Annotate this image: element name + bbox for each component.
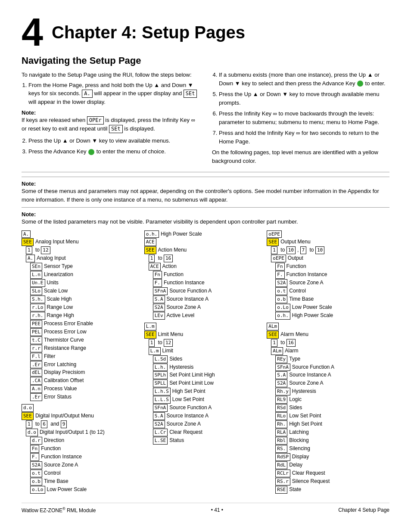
intro-left: To navigate to the Setup Page using the …: [22, 71, 199, 167]
menu-item: Fn Function: [267, 263, 385, 271]
menu-item: SFnA Source Function A: [144, 404, 263, 412]
footer: Watlow EZ-ZONE® RML Module • 41 • Chapte…: [22, 503, 389, 513]
menu-item: Un.E Units: [22, 279, 140, 287]
menu-item: o.b Time Base: [22, 478, 140, 485]
menu-item: Rh.y Hysteresis: [267, 388, 385, 395]
menu-item: SEn Sensor Type: [22, 263, 140, 271]
menu-item: S2A Source Zone A: [144, 304, 263, 311]
menu-item: S2A Source Zone A: [267, 279, 385, 287]
menu-item: ACE Action: [144, 263, 263, 271]
menu-item: Rbl Blocking: [267, 437, 385, 445]
menu-item: REy Type: [267, 355, 385, 363]
menu-function-instance: F. Function Instance: [144, 279, 263, 287]
menu-item: LEv Active Level: [144, 312, 263, 320]
menu-item: r.r Resistance Range: [22, 345, 140, 352]
menu-item: .Er Error Latching: [22, 361, 140, 369]
menu-item: A.: [22, 230, 140, 238]
menu-col-1: A. SEE Analog Input Menu 1 to 12 A. Anal…: [22, 230, 144, 494]
menu-item: RdSP Display: [267, 453, 385, 461]
menu-item: A.n Process Value: [22, 385, 140, 393]
menu-item: L.L.S Low Set Point: [144, 396, 263, 404]
menu-item: PEE Process Error Enable: [22, 320, 140, 328]
menu-item: t.C Thermistor Curve: [22, 336, 140, 344]
menu-item: SPLh Set Point Limit High: [144, 371, 263, 379]
page-container: 4 Chapter 4: Setup Pages Navigating the …: [0, 0, 411, 526]
footer-left: Watlow EZ-ZONE® RML Module: [22, 507, 96, 513]
menu-item: PEL Process Error Low: [22, 328, 140, 336]
menu-item: F. Function Instance: [22, 453, 140, 461]
chapter-number: 4: [22, 13, 43, 52]
menu-item: o.b Time Base: [267, 296, 385, 303]
menu-item: L.SE Status: [144, 437, 263, 445]
menu-item: SEE Digital Input/Output Menu: [22, 412, 140, 420]
menu-item: ALm: [267, 323, 385, 330]
menu-item: RdL Delay: [267, 461, 385, 469]
menu-item: RSd Sides: [267, 404, 385, 412]
menu-item: 1 to 16: [144, 255, 263, 262]
footer-right: Chapter 4 Setup Page: [338, 507, 389, 513]
menu-item: L.Sd Sides: [144, 355, 263, 363]
menu-item: RCLr Clear Request: [267, 470, 385, 477]
menu-item: oEPE: [267, 230, 385, 238]
menu-item: SEE Alarm Menu: [267, 331, 385, 339]
menu-item: SEE Action Menu: [144, 246, 263, 254]
menu-item: RL9 Logic: [267, 396, 385, 404]
menu-item: S.A Source Instance A: [144, 412, 263, 420]
menu-item: RSE State: [267, 486, 385, 494]
menu-item: d.r Direction: [22, 437, 140, 445]
menu-item: A. Analog Input: [22, 255, 140, 262]
menu-item: RLA Latching: [267, 429, 385, 436]
step-2: Press the Up ▲ or Down ▼ key to view ava…: [28, 137, 199, 145]
menu-item: L.m Limit: [144, 347, 263, 355]
menu-item: SEE Output Menu: [267, 238, 385, 246]
menu-item: S2A Source Zone A: [267, 380, 385, 387]
menu-output-high-power: o.h. High Power Scale: [267, 312, 385, 320]
menu-item: o.Lo Low Power Scale: [267, 304, 385, 311]
menu-item: SPLL Set Point Limit Low: [144, 380, 263, 387]
steps-left: From the Home Page, press and hold both …: [22, 81, 199, 106]
menu-item: ACE: [144, 238, 263, 246]
menu-item: S.A Source Instance A: [267, 371, 385, 379]
menu-item: RS. Silencing: [267, 445, 385, 453]
step-4: If a submenu exists (more than one insta…: [219, 71, 389, 87]
menu-item: SFnA Source Function A: [144, 287, 263, 295]
menu-item: SFnA Source Function A: [267, 364, 385, 371]
menu-item: SLo Scale Low: [22, 287, 140, 295]
menu-item: d.o: [22, 404, 140, 412]
menu-item: d.o Digital Input/Output 1 (to 12): [22, 429, 140, 436]
intro-section: To navigate to the Setup Page using the …: [22, 71, 389, 167]
menu-high-set-point: L.h.S High Set Point: [144, 388, 263, 395]
note-2: Note: Some of the listed parameters may …: [22, 207, 389, 226]
menu-item: S2A Source Zone A: [144, 420, 263, 428]
menu-col-3: oEPE SEE Output Menu 1 to 10, 7 to 10 oE…: [267, 230, 389, 494]
menu-item: L.n Linearization: [22, 271, 140, 279]
menu-item: 1 to 12: [144, 339, 263, 347]
menu-item: 1 to 6 and 9: [22, 420, 140, 428]
menu-item: o.t Control: [22, 470, 140, 477]
menu-item: o.t Control: [267, 287, 385, 295]
menu-item: dEL Display Precisiom: [22, 369, 140, 376]
menu-item: o.Lo Low Power Scale: [22, 486, 140, 494]
menu-item: oEPE Output: [267, 255, 385, 262]
divider-1: [22, 172, 389, 172]
step-6: Press the Infinity Key ∞ to move backwar…: [219, 109, 389, 126]
step-3: Press the Advance Key to enter the menu …: [28, 147, 199, 156]
menu-item: ALm Alarm: [267, 347, 385, 355]
menu-col-2: o.h. High Power Scale ACE SEE Action Men…: [144, 230, 267, 494]
footer-center: • 41 •: [211, 507, 223, 513]
menu-item: SEE Analog Input Menu: [22, 238, 140, 246]
menu-item: S.A Source Instance A: [144, 296, 263, 303]
menu-item: RS.r Silence Request: [267, 478, 385, 485]
menu-item: .Er Error Status: [22, 393, 140, 401]
step-5: Press the Up ▲ or Down ▼ key to move thr…: [219, 90, 389, 107]
menu-item: S.h. Scale High: [22, 296, 140, 303]
menu-output-function-instance: F. Function Instance: [267, 271, 385, 279]
intro-lead: To navigate to the Setup Page using the …: [22, 71, 199, 79]
menu-item: r.h. Range High: [22, 312, 140, 320]
step-1: From the Home Page, press and hold both …: [28, 81, 199, 106]
menu-item: 1 to 12: [22, 246, 140, 254]
menu-item: L.Cr Clear Request: [144, 429, 263, 436]
menu-item: SEE Limit Menu: [144, 331, 263, 339]
steps-left-2: Press the Up ▲ or Down ▼ key to view ava…: [22, 137, 199, 156]
menu-item: Fn Function: [144, 271, 263, 279]
